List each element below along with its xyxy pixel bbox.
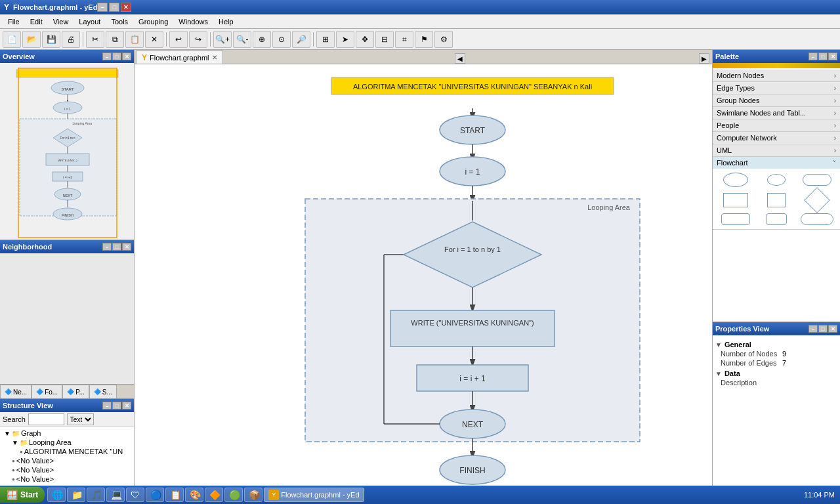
palette-shape-ellipse-sm[interactable]: [757, 173, 795, 187]
palette-close[interactable]: ✕: [828, 52, 837, 60]
overview-maximize[interactable]: □: [112, 52, 121, 60]
tree-root-graph[interactable]: ▼ 📁 Graph: [1, 429, 133, 438]
move-button[interactable]: ✥: [356, 31, 374, 48]
taskbar-yed[interactable]: Y Flowchart.graphml - yEd: [264, 488, 364, 502]
maximize-button[interactable]: □: [109, 3, 119, 12]
menu-file[interactable]: File: [3, 16, 25, 27]
structure-maximize[interactable]: □: [112, 402, 121, 410]
start-button[interactable]: 🪟 Start: [0, 487, 45, 503]
svg-text:START: START: [61, 87, 74, 91]
menu-tools[interactable]: Tools: [106, 16, 133, 27]
structure-search-bar: Search Text: [0, 412, 134, 427]
properties-minimize[interactable]: –: [808, 325, 818, 333]
tab-fo[interactable]: 🔷 Fo...: [32, 385, 62, 398]
menu-help[interactable]: Help: [213, 16, 239, 27]
doc-tab-flowchart[interactable]: Y Flowchart.graphml ✕: [136, 51, 223, 64]
taskbar-art[interactable]: 🎨: [185, 488, 203, 502]
settings-button[interactable]: ⚙: [434, 31, 453, 48]
palette-section-computer-network-header[interactable]: Computer Network ›: [713, 132, 840, 144]
palette-section-flowchart-header[interactable]: Flowchart ˅: [713, 157, 840, 169]
palette-section-uml-header[interactable]: UML ›: [713, 144, 840, 156]
taskbar-blue[interactable]: 🔵: [146, 488, 164, 502]
tree-item-edge-1[interactable]: ● <No Value>: [1, 456, 133, 465]
taskbar-green[interactable]: 🟢: [224, 488, 243, 502]
palette-shape-rounded-rect-sm[interactable]: [757, 213, 795, 225]
minimize-button[interactable]: –: [97, 3, 108, 12]
flag-button[interactable]: ⚑: [415, 31, 433, 48]
snap-button[interactable]: ⌗: [395, 31, 413, 48]
canvas-area[interactable]: ALGORITMA MENCETAK "UNIVERSITAS KUNINGAN…: [135, 64, 712, 486]
taskbar-folder[interactable]: 📁: [67, 488, 85, 502]
tree-item-algoritma[interactable]: ● ALGORITMA MENCETAK "UN: [1, 447, 133, 456]
palette-minimize[interactable]: –: [808, 52, 818, 60]
paste-button[interactable]: 📋: [125, 31, 144, 48]
search-type-select[interactable]: Text: [67, 413, 94, 425]
neighborhood-maximize[interactable]: □: [112, 243, 121, 251]
palette-section-group-nodes-header[interactable]: Group Nodes ›: [713, 94, 840, 106]
palette-section-modern-nodes-header[interactable]: Modern Nodes ›: [713, 70, 840, 81]
neighborhood-close[interactable]: ✕: [122, 243, 131, 251]
new-button[interactable]: 📄: [3, 31, 21, 48]
menu-edit[interactable]: Edit: [25, 16, 48, 27]
zoom-fit-button[interactable]: ⊕: [253, 31, 271, 48]
tab-nav-right[interactable]: ▶: [699, 53, 709, 64]
zoom-out-button[interactable]: 🔍-: [233, 31, 251, 48]
open-button[interactable]: 📂: [22, 31, 41, 48]
taskbar-media[interactable]: 🎵: [87, 488, 105, 502]
print-button[interactable]: 🖨: [62, 31, 80, 48]
zoom-100-button[interactable]: ⊙: [272, 31, 291, 48]
close-button[interactable]: ✕: [121, 3, 131, 12]
grid-button[interactable]: ⊟: [375, 31, 394, 48]
search-input[interactable]: [28, 413, 64, 425]
taskbar-ie[interactable]: 🌐: [47, 488, 66, 502]
copy-button[interactable]: ⧉: [106, 31, 124, 48]
props-data-header[interactable]: ▼ Data: [715, 369, 837, 377]
taskbar-orange[interactable]: 🔶: [205, 488, 223, 502]
find-button[interactable]: 🔎: [292, 31, 310, 48]
palette-shape-rect-sm[interactable]: [757, 190, 795, 211]
palette-section-swimlane-header[interactable]: Swimlane Nodes and Tabl... ›: [713, 107, 840, 119]
tab-nav-left[interactable]: ◀: [455, 53, 465, 64]
neighborhood-minimize[interactable]: –: [102, 243, 112, 251]
fit-content-button[interactable]: ⊞: [316, 31, 335, 48]
save-button[interactable]: 💾: [42, 31, 60, 48]
tab-s[interactable]: 🔷 S...: [89, 385, 117, 398]
menu-layout[interactable]: Layout: [74, 16, 106, 27]
tab-p[interactable]: 🔷 P...: [62, 385, 89, 398]
delete-button[interactable]: ✕: [145, 31, 163, 48]
structure-minimize[interactable]: –: [102, 402, 112, 410]
overview-close[interactable]: ✕: [122, 52, 131, 60]
overview-minimize[interactable]: –: [102, 52, 112, 60]
palette-section-people-header[interactable]: People ›: [713, 119, 840, 131]
menu-windows[interactable]: Windows: [173, 16, 213, 27]
taskbar-clip[interactable]: 📋: [165, 488, 184, 502]
tab-ne[interactable]: 🔷 Ne...: [0, 385, 32, 398]
properties-maximize[interactable]: □: [818, 325, 828, 333]
undo-button[interactable]: ↩: [169, 31, 188, 48]
taskbar-orange-icon: 🔶: [209, 490, 220, 500]
palette-shape-rounded-rect[interactable]: [717, 213, 755, 225]
palette-shape-stadium[interactable]: [798, 173, 836, 187]
redo-button[interactable]: ↪: [189, 31, 207, 48]
tree-item-looping-area[interactable]: ▼ 📁 Looping Area: [1, 438, 133, 447]
properties-close[interactable]: ✕: [828, 325, 837, 333]
taskbar-vs[interactable]: 💻: [106, 488, 125, 502]
tab-close-button[interactable]: ✕: [212, 54, 217, 61]
props-general-header[interactable]: ▼ General: [715, 341, 837, 348]
structure-close[interactable]: ✕: [122, 402, 131, 410]
menu-view[interactable]: View: [48, 16, 74, 27]
taskbar-pkg[interactable]: 📦: [244, 488, 262, 502]
tree-item-edge-2[interactable]: ● <No Value>: [1, 465, 133, 474]
tree-item-edge-3[interactable]: ● <No Value>: [1, 474, 133, 484]
palette-shape-rect[interactable]: [717, 190, 755, 211]
cut-button[interactable]: ✂: [86, 31, 104, 48]
select-button[interactable]: ➤: [336, 31, 354, 48]
palette-shape-wide-stadium[interactable]: [798, 213, 836, 225]
palette-shape-ellipse[interactable]: [717, 173, 755, 187]
palette-shape-diamond[interactable]: [798, 190, 836, 211]
palette-maximize[interactable]: □: [818, 52, 828, 60]
palette-section-edge-types-header[interactable]: Edge Types ›: [713, 82, 840, 94]
zoom-in-button[interactable]: 🔍+: [213, 31, 232, 48]
menu-grouping[interactable]: Grouping: [133, 16, 173, 27]
taskbar-shield[interactable]: 🛡: [126, 488, 144, 502]
